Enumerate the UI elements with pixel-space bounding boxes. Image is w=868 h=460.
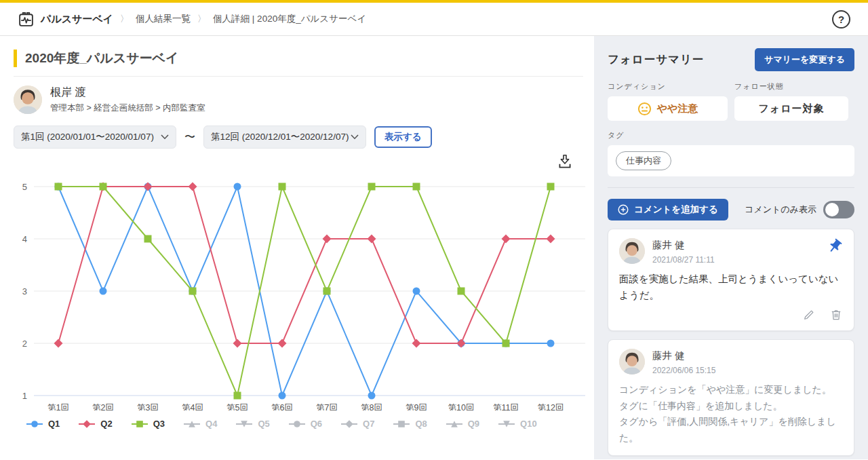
commenter-avatar: [619, 238, 645, 264]
legend-label: Q7: [363, 419, 374, 429]
follow-status-value: フォロー対象: [758, 102, 824, 115]
circle-marker-icon: [288, 419, 306, 429]
legend-label: Q1: [48, 419, 60, 429]
legend-label: Q3: [153, 419, 165, 429]
legend-item-q10[interactable]: Q10: [498, 419, 537, 429]
condition-value-box: やや注意: [608, 96, 728, 121]
triangle-up-marker-icon: [183, 419, 201, 429]
triangle-down-marker-icon: [235, 419, 253, 429]
neutral-face-icon: [637, 102, 652, 116]
legend-item-q3[interactable]: Q3: [131, 419, 165, 429]
follow-summary-sidebar: フォローサマリー サマリーを変更する コンディション フォロー状態 やや注意 フ…: [594, 36, 868, 459]
comments-only-label: コメントのみ表示: [745, 204, 816, 216]
svg-text:第1回: 第1回: [47, 403, 69, 410]
square-marker-icon: [131, 419, 149, 429]
title-accent-bar: [14, 50, 17, 67]
svg-text:第12回: 第12回: [538, 403, 564, 410]
range-from-select[interactable]: 第1回 (2020/01/01〜2020/01/07): [14, 126, 176, 149]
comments-section: コメントを追加する コメントのみ表示 藤井 健2021/08/27 11:11面…: [608, 187, 854, 459]
follow-status-value-box: フォロー対象: [734, 96, 848, 121]
legend-label: Q4: [205, 419, 217, 429]
page-title: 2020年度_パルスサーベイ: [25, 50, 179, 67]
chevron-down-icon: [161, 134, 169, 140]
legend-item-q9[interactable]: Q9: [446, 419, 479, 429]
svg-text:第8回: 第8回: [361, 403, 382, 410]
app-logo: パルスサーベイ: [18, 11, 113, 28]
pin-icon[interactable]: [827, 238, 843, 254]
delete-comment-icon[interactable]: [829, 308, 843, 322]
legend-item-q4[interactable]: Q4: [183, 419, 217, 429]
download-chart-icon[interactable]: [556, 153, 574, 170]
comment-card: 藤井 健2022/06/06 15:15コンディションを「やや注意」に変更しまし…: [608, 339, 854, 456]
condition-value: やや注意: [657, 102, 698, 115]
svg-text:2: 2: [22, 339, 27, 349]
triangle-down-marker-icon: [498, 419, 515, 429]
summary-title: フォローサマリー: [608, 52, 704, 67]
legend-item-q6[interactable]: Q6: [288, 419, 322, 429]
legend-item-q8[interactable]: Q8: [393, 419, 427, 429]
main-panel: 2020年度_パルスサーベイ 根岸 渡 管理本部 > 経営企画統括部 > 内部監…: [0, 36, 594, 459]
app-header: パルスサーベイ 〉 個人結果一覧 〉 個人詳細 | 2020年度_パルスサーベイ…: [0, 3, 868, 36]
edit-comment-icon[interactable]: [802, 308, 816, 322]
legend-label: Q5: [258, 419, 269, 429]
change-summary-button[interactable]: サマリーを変更する: [755, 48, 854, 71]
comment-card: 藤井 健2021/08/27 11:11面談を実施した結果、上司とうまくいってい…: [608, 229, 854, 331]
legend-label: Q6: [311, 419, 322, 429]
commenter-avatar: [619, 349, 645, 375]
chevron-down-icon: [351, 134, 359, 140]
legend-item-q7[interactable]: Q7: [340, 419, 374, 429]
condition-label: コンディション: [608, 81, 728, 92]
square-marker-icon: [393, 419, 410, 429]
comment-text: 面談を実施した結果、上司とうまくいっていないようだ。: [619, 271, 843, 304]
person-org-path: 管理本部 > 経営企画統括部 > 内部監査室: [50, 102, 205, 114]
brand-name: パルスサーベイ: [41, 13, 113, 26]
show-button[interactable]: 表示する: [374, 126, 432, 148]
legend-label: Q8: [415, 419, 427, 429]
legend-label: Q9: [468, 419, 479, 429]
comments-only-toggle[interactable]: [823, 201, 854, 218]
tag-label: タグ: [608, 130, 854, 140]
svg-text:1: 1: [22, 391, 27, 401]
svg-text:第7回: 第7回: [316, 403, 338, 410]
survey-line-chart: 54321第1回第2回第3回第4回第5回第6回第7回第8回第9回第10回第11回…: [14, 173, 587, 410]
svg-text:第3回: 第3回: [137, 403, 159, 410]
breadcrumb-item-results[interactable]: 個人結果一覧: [136, 13, 191, 25]
add-comment-button[interactable]: コメントを追加する: [608, 199, 728, 221]
tag-pill: 仕事内容: [616, 151, 671, 170]
comment-timestamp: 2022/06/06 15:15: [652, 366, 843, 375]
legend-label: Q10: [520, 419, 537, 429]
svg-text:4: 4: [22, 234, 27, 244]
svg-text:第10回: 第10回: [448, 403, 475, 410]
svg-text:第11回: 第11回: [493, 403, 519, 410]
range-to-select[interactable]: 第12回 (2020/12/01〜2020/12/07): [203, 126, 366, 149]
svg-text:第9回: 第9回: [406, 403, 427, 410]
person-name: 根岸 渡: [50, 85, 205, 100]
triangle-up-marker-icon: [446, 419, 463, 429]
follow-status-label: フォロー状態: [734, 81, 848, 92]
svg-text:5: 5: [22, 182, 27, 192]
chart-legend: Q1Q2Q3Q4Q5Q6Q7Q8Q9Q10: [14, 419, 583, 429]
breadcrumb-separator: 〉: [197, 13, 206, 25]
person-avatar: [14, 85, 42, 114]
legend-label: Q2: [100, 419, 112, 429]
breadcrumb-item-detail: 個人詳細 | 2020年度_パルスサーベイ: [213, 13, 366, 25]
legend-item-q1[interactable]: Q1: [26, 419, 60, 429]
tag-box[interactable]: 仕事内容: [608, 145, 854, 176]
breadcrumb: 〉 個人結果一覧 〉 個人詳細 | 2020年度_パルスサーベイ: [120, 13, 366, 25]
svg-text:3: 3: [22, 286, 27, 296]
svg-text:第6回: 第6回: [271, 403, 293, 410]
comment-timestamp: 2021/08/27 11:11: [652, 255, 819, 265]
commenter-name: 藤井 健: [652, 239, 819, 252]
range-separator: 〜: [184, 130, 195, 145]
commenter-name: 藤井 健: [652, 349, 843, 362]
breadcrumb-separator: 〉: [120, 13, 129, 25]
help-icon[interactable]: ?: [832, 10, 850, 28]
comment-list: 藤井 健2021/08/27 11:11面談を実施した結果、上司とうまくいってい…: [608, 229, 854, 459]
legend-item-q2[interactable]: Q2: [78, 419, 112, 429]
plus-circle-icon: [618, 204, 629, 215]
diamond-marker-icon: [78, 419, 96, 429]
comment-text: コンディションを「やや注意」に変更しました。 タグに「仕事内容」を追加しました。…: [619, 382, 843, 446]
diamond-marker-icon: [340, 419, 358, 429]
legend-item-q5[interactable]: Q5: [235, 419, 269, 429]
svg-text:第2回: 第2回: [92, 403, 114, 410]
